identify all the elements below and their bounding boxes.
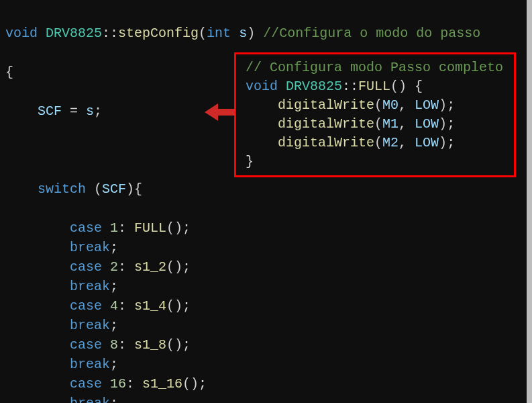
- semicolon: ;: [447, 97, 455, 113]
- fn-digitalwrite: digitalWrite: [278, 97, 374, 113]
- space: [231, 26, 239, 41]
- code-line-case: case 2: s1_2();: [5, 257, 528, 277]
- semicolon: ;: [182, 337, 191, 353]
- callout-close: }: [246, 152, 507, 171]
- fn-call: s1_2: [134, 259, 166, 275]
- keyword-break: break: [70, 240, 110, 255]
- keyword-case: case: [70, 259, 102, 275]
- arg-level: LOW: [415, 135, 439, 150]
- indent: [5, 181, 38, 197]
- space: [86, 181, 94, 197]
- indent: [5, 298, 70, 314]
- indent: [5, 376, 70, 392]
- indent: [5, 357, 70, 372]
- code-line-break: break;: [5, 238, 528, 257]
- fn-digitalwrite: digitalWrite: [278, 135, 374, 150]
- semicolon: ;: [94, 103, 102, 119]
- var-scf: SCF: [38, 103, 62, 119]
- cases-block: case 1: FULL(); break; case 2: s1_2(); b…: [5, 218, 528, 403]
- type-drv8825: DRV8825: [46, 26, 102, 41]
- colon: :: [118, 220, 134, 236]
- semicolon: ;: [110, 279, 118, 294]
- semicolon: ;: [447, 135, 455, 150]
- fn-call: FULL: [134, 220, 166, 236]
- indent: [5, 220, 70, 236]
- scope-op: ::: [102, 26, 118, 41]
- space: [407, 79, 415, 94]
- paren-close: ): [439, 135, 447, 150]
- case-value: 8: [110, 337, 118, 353]
- parens: (): [182, 376, 199, 392]
- fn-call: s1_4: [134, 298, 166, 314]
- semicolon: ;: [182, 259, 191, 275]
- keyword-break: break: [70, 279, 110, 294]
- arg-pin: M0: [382, 97, 398, 113]
- keyword-case: case: [70, 298, 102, 314]
- semicolon: ;: [447, 116, 455, 132]
- paren-close: ): [247, 26, 255, 41]
- paren-open: (: [374, 116, 382, 132]
- case-value: 4: [110, 298, 118, 314]
- brace-open: {: [415, 79, 423, 94]
- var-scf: SCF: [102, 181, 126, 197]
- paren-close: ): [126, 181, 134, 197]
- keyword-break: break: [70, 357, 110, 372]
- semicolon: ;: [110, 396, 118, 403]
- indent: [246, 97, 278, 113]
- case-value: 1: [110, 220, 118, 236]
- op-eq: =: [62, 103, 86, 119]
- code-line-break: break;: [5, 277, 528, 296]
- keyword-break: break: [70, 318, 110, 333]
- colon: :: [118, 298, 134, 314]
- callout-line: digitalWrite(M1, LOW);: [246, 115, 507, 134]
- space: [255, 26, 263, 41]
- comma: ,: [398, 97, 415, 113]
- callout-body: digitalWrite(M0, LOW); digitalWrite(M1, …: [246, 96, 507, 152]
- paren-open: (: [374, 97, 382, 113]
- callout-line: digitalWrite(M2, LOW);: [246, 134, 507, 152]
- callout-box: // Configura modo Passo completo void DR…: [234, 52, 516, 177]
- arrow-head: [205, 103, 218, 121]
- code-line-break: break;: [5, 316, 528, 335]
- callout-signature: void DRV8825::FULL() {: [246, 77, 507, 96]
- keyword-int: int: [207, 26, 231, 41]
- paren-open: (: [199, 26, 207, 41]
- var-s: s: [86, 103, 94, 119]
- code-line-case: case 4: s1_4();: [5, 296, 528, 316]
- semicolon: ;: [182, 220, 191, 236]
- indent: [5, 396, 70, 403]
- semicolon: ;: [182, 298, 191, 314]
- keyword-case: case: [70, 337, 102, 353]
- colon: :: [118, 337, 134, 353]
- indent: [246, 116, 278, 132]
- space: [278, 79, 286, 94]
- indent: [5, 318, 70, 333]
- callout-comment: // Configura modo Passo completo: [246, 58, 507, 77]
- comment: //Configura o modo do passo: [263, 26, 480, 41]
- keyword-case: case: [70, 376, 102, 392]
- paren-open: (: [94, 181, 102, 197]
- paren-open: (: [374, 135, 382, 150]
- keyword-case: case: [70, 220, 102, 236]
- indent: [5, 240, 70, 255]
- brace-close: }: [246, 154, 254, 169]
- arg-pin: M1: [382, 116, 398, 132]
- scrollbar-track[interactable]: [527, 0, 532, 403]
- code-line-switch: switch (SCF){: [5, 179, 528, 199]
- comment: // Configura modo Passo completo: [246, 60, 503, 75]
- semicolon: ;: [110, 357, 118, 372]
- code-line-case: case 1: FULL();: [5, 218, 528, 238]
- parens: (): [166, 337, 182, 353]
- code-line-case: case 16: s1_16();: [5, 374, 528, 394]
- type-drv8825: DRV8825: [286, 79, 342, 94]
- parens: (): [390, 79, 407, 94]
- code-line-case: case 8: s1_8();: [5, 335, 528, 355]
- semicolon: ;: [199, 376, 207, 392]
- indent: [246, 135, 278, 150]
- scope-op: ::: [342, 79, 358, 94]
- keyword-void: void: [5, 26, 38, 41]
- case-value: 16: [110, 376, 126, 392]
- comma: ,: [398, 135, 415, 150]
- indent: [5, 279, 70, 294]
- arg-level: LOW: [415, 97, 439, 113]
